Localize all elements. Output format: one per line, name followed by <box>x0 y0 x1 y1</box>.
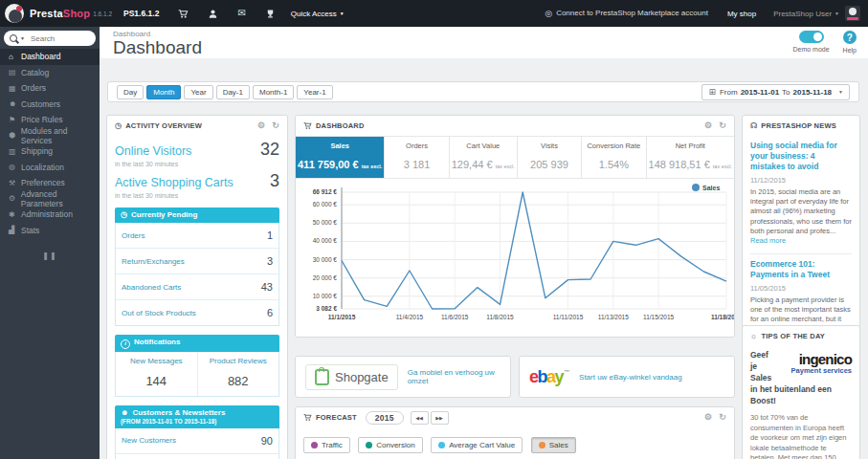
search-input[interactable] <box>29 33 90 44</box>
gear-icon[interactable]: ⚙ <box>257 121 265 130</box>
dashboard-icon: ⌂ <box>9 53 21 61</box>
news-article-date: 11/05/2015 <box>750 284 852 293</box>
sidebar-item-localization[interactable]: ◍Localization <box>0 160 100 176</box>
svg-text:40 000 €: 40 000 € <box>313 237 338 244</box>
range-button-month-1[interactable]: Month-1 <box>253 85 294 99</box>
gear-icon[interactable]: ⚙ <box>704 121 712 130</box>
localization-icon: ◍ <box>9 163 21 171</box>
pending-row-out-of-stock[interactable]: Out of Stock Products6 <box>116 300 278 325</box>
sidebar-item-customers[interactable]: ☻Customers <box>0 97 100 113</box>
customers-row-new-subscriptions[interactable]: New Subscriptions18 <box>116 454 278 459</box>
shopgate-banner[interactable]: Shopgate Ga mobiel en verhoog uw omzet <box>295 356 511 398</box>
marketplace-link[interactable]: ◎Connect to PrestaShop Marketplace accou… <box>545 9 708 18</box>
svg-text:11/18/2015: 11/18/2015 <box>711 314 734 320</box>
forecast-next-button[interactable]: ▶▶ <box>431 411 449 425</box>
sidebar-item-label: Modules and Services <box>21 126 100 145</box>
kpi-cart-value[interactable]: Cart Value129,44 € tax excl. <box>450 137 518 178</box>
version-label: 1.6.1.2 <box>93 11 112 17</box>
news-article-title[interactable]: Ecommerce 101: Payments in a Tweet <box>750 259 852 280</box>
range-button-day[interactable]: Day <box>117 85 144 99</box>
svg-text:20 000 €: 20 000 € <box>313 274 338 281</box>
range-button-day-1[interactable]: Day-1 <box>216 85 250 99</box>
sidebar-search[interactable]: ▼ <box>4 31 96 46</box>
page-title: Dashboard <box>113 37 202 58</box>
gear-icon[interactable]: ⚙ <box>704 413 712 422</box>
notifications-new-messages[interactable]: New Messages144 <box>116 352 197 396</box>
forecast-prev-button[interactable]: ◀◀ <box>411 411 429 425</box>
ebay-link[interactable]: Start uw eBay-winkel vandaag <box>579 373 682 382</box>
sidebar-item-dashboard[interactable]: ⌂Dashboard <box>0 49 100 65</box>
help-icon[interactable]: ? <box>843 31 857 44</box>
shopgate-link[interactable]: Ga mobiel en verhoog uw omzet <box>408 368 501 385</box>
refresh-icon[interactable]: ↻ <box>719 121 726 130</box>
sidebar-item-modules[interactable]: ⬢Modules and Services <box>0 128 100 144</box>
active-carts-link[interactable]: Active Shopping Carts <box>115 176 234 189</box>
sales-chart: 66 912 €60 000 €50 000 €40 000 €30 000 €… <box>296 179 734 339</box>
kpi-net-profit[interactable]: Net Profit148 918,51 € tax excl. <box>647 137 734 178</box>
sidebar-item-orders[interactable]: ▦Orders <box>0 80 100 97</box>
svg-text:30 000 €: 30 000 € <box>313 256 338 263</box>
preferences-icon: ⚒ <box>9 179 21 187</box>
chevron-down-icon: ▼ <box>340 11 345 16</box>
user-menu[interactable]: PrestaShop User▼ <box>773 10 839 18</box>
sidebar-item-shipping[interactable]: ▥Shipping <box>0 143 100 160</box>
pending-row-abandoned-carts[interactable]: Abandoned Carts43 <box>116 274 278 300</box>
sidebar-collapse-icon[interactable]: ❚❚ <box>0 251 100 260</box>
notifications-product-reviews[interactable]: Product Reviews882 <box>197 352 279 396</box>
svg-text:11/6/2015: 11/6/2015 <box>441 314 469 320</box>
ebay-banner[interactable]: ebay™ Start uw eBay-winkel vandaag <box>519 356 735 398</box>
read-more-link[interactable]: Read more <box>750 236 786 245</box>
toggle-conversion[interactable]: Conversion <box>358 437 422 453</box>
news-article-title[interactable]: Using social media for your business: 4 … <box>750 141 852 172</box>
sidebar-item-stats[interactable]: ▟Stats <box>0 223 100 239</box>
my-shop-link[interactable]: My shop <box>727 10 756 18</box>
main: Dashboard Dashboard Demo mode ?Help Day … <box>100 27 868 459</box>
active-carts-sub: in the last 30 minutes <box>115 192 279 199</box>
toggle-traffic[interactable]: Traffic <box>303 437 350 453</box>
average-cart-value-dot-icon <box>438 442 445 448</box>
toggle-average-cart-value[interactable]: Average Cart Value <box>431 437 523 453</box>
demo-mode-toggle[interactable] <box>799 31 824 43</box>
kpi-conversion-rate[interactable]: Conversion Rate1.54% <box>582 137 646 178</box>
forecast-toggles: Traffic Conversion Average Cart Value Sa… <box>296 427 734 453</box>
user-avatar[interactable] <box>845 6 860 21</box>
kpi-orders[interactable]: Orders3 181 <box>385 137 449 178</box>
chevron-down-icon: ▼ <box>835 11 839 16</box>
pending-row-returns[interactable]: Return/Exchanges3 <box>116 249 278 274</box>
date-range-picker[interactable]: ⊞ From2015-11-01 To2015-11-18 ▼ <box>701 84 850 100</box>
prestashop-logo-icon[interactable] <box>5 4 24 23</box>
link-icon: ◎ <box>545 9 552 18</box>
pending-row-orders[interactable]: Orders1 <box>116 223 278 249</box>
chevron-down-icon[interactable]: ▼ <box>20 35 25 41</box>
ingenico-logo: ingenico Payment services <box>781 352 852 375</box>
user-icon[interactable] <box>208 9 218 19</box>
range-button-month[interactable]: Month <box>146 85 181 99</box>
sidebar-item-catalog[interactable]: ▤Catalog <box>0 65 100 81</box>
toggle-sales[interactable]: Sales <box>531 437 576 453</box>
kpi-sales[interactable]: Sales411 759,00 € tax excl. <box>296 137 385 178</box>
svg-text:Sales: Sales <box>702 185 720 191</box>
kpi-visits[interactable]: Visits205 939 <box>518 137 582 178</box>
mail-icon[interactable]: ✉ <box>237 9 245 18</box>
cart-icon[interactable] <box>178 9 189 19</box>
sidebar-item-label: Orders <box>21 83 46 93</box>
customers-row-new-customers[interactable]: New Customers90 <box>116 428 278 454</box>
conversion-dot-icon <box>366 442 372 448</box>
refresh-icon[interactable]: ↻ <box>719 413 726 422</box>
range-button-year-1[interactable]: Year-1 <box>297 85 332 99</box>
sidebar-item-label: Preferences <box>21 178 65 187</box>
calendar-icon: ⊞ <box>708 87 716 97</box>
forecast-year[interactable]: 2015 <box>366 411 404 425</box>
sidebar-item-administration[interactable]: ✱Administration <box>0 207 100 223</box>
sidebar-item-advanced-parameters[interactable]: ⚙Advanced Parameters <box>0 191 100 208</box>
quick-access-menu[interactable]: Quick Access▼ <box>291 10 345 18</box>
sidebar: ▼ ⌂Dashboard ▤Catalog ▦Orders ☻Customers… <box>0 27 100 459</box>
to-date: 2015-11-18 <box>793 88 832 97</box>
help-label: Help <box>843 47 857 54</box>
refresh-icon[interactable]: ↻ <box>272 121 279 130</box>
online-visitors-link[interactable]: Online Visitors <box>115 144 191 158</box>
range-button-year[interactable]: Year <box>184 85 212 99</box>
cart-icon <box>303 413 312 422</box>
trophy-icon[interactable] <box>265 9 276 19</box>
customers-newsletters-header: ☻Customers & Newsletters(FROM 2015-11-01… <box>115 405 279 428</box>
